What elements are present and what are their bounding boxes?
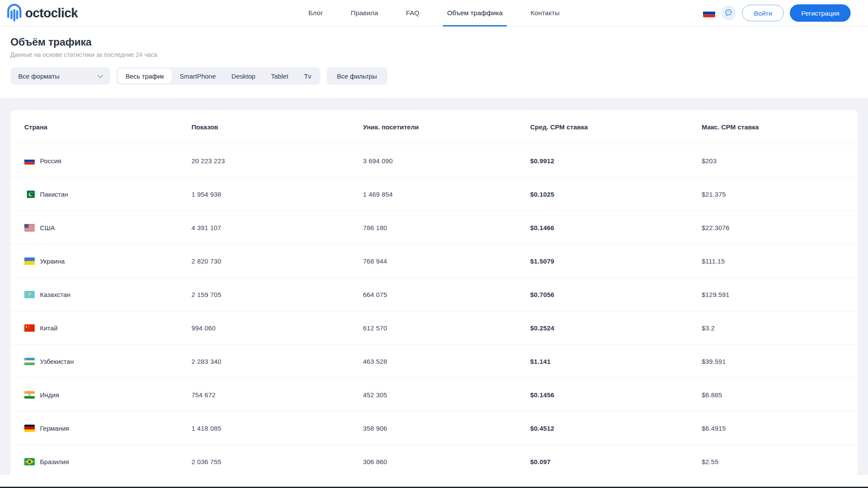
traffic-table-section: СтранаПоказовУник. посетителиСред. CPM с… bbox=[0, 98, 868, 475]
avg-cpm-cell: $0.9912 bbox=[530, 157, 702, 165]
avg-cpm-cell: $0.1466 bbox=[530, 224, 702, 231]
brand-logo[interactable]: octoclick bbox=[6, 3, 78, 23]
nav-item-1[interactable]: Правила bbox=[347, 0, 383, 26]
table-row: Китай994 060612 570$0.2524$3.2 bbox=[10, 311, 858, 344]
br-flag-icon bbox=[24, 458, 35, 465]
ua-flag-icon bbox=[24, 257, 35, 265]
avg-cpm-cell: $0.2524 bbox=[530, 324, 702, 332]
table-row: Казахстан2 159 705664 075$0.7056$129.591 bbox=[10, 277, 858, 311]
chevron-down-icon bbox=[97, 73, 103, 80]
max-cpm-cell: $111.15 bbox=[702, 257, 844, 265]
country-name: Индия bbox=[40, 391, 59, 399]
country-cell: Казахстан bbox=[24, 291, 191, 298]
max-cpm-cell: $39.591 bbox=[702, 358, 844, 365]
table-row: Украина2 820 730768 944$1.5079$111.15 bbox=[10, 244, 858, 277]
brand-name: octoclick bbox=[25, 6, 78, 20]
impressions-cell: 2 159 705 bbox=[191, 291, 363, 298]
us-flag-icon bbox=[24, 224, 35, 231]
max-cpm-cell: $22.3076 bbox=[702, 224, 844, 231]
max-cpm-cell: $2.55 bbox=[702, 458, 844, 465]
column-header-4: Макс. CPM ставка bbox=[702, 123, 844, 131]
top-navbar: octoclick БлогПравилаFAQОбъем траффикаКо… bbox=[0, 0, 868, 26]
table-row: Узбекистан2 283 340463 528$1.141$39.591 bbox=[10, 344, 858, 378]
country-name: Россия bbox=[40, 157, 61, 165]
country-cell: Россия bbox=[24, 157, 191, 165]
impressions-cell: 994 060 bbox=[191, 324, 363, 332]
unique-visitors-cell: 664 075 bbox=[363, 291, 530, 298]
nav-item-3[interactable]: Объем траффика bbox=[443, 0, 507, 26]
segment-3[interactable]: Tablet bbox=[263, 69, 296, 83]
country-name: Узбекистан bbox=[40, 358, 74, 365]
nav-item-0[interactable]: Блог bbox=[304, 0, 327, 26]
avg-cpm-cell: $0.4512 bbox=[530, 425, 702, 432]
unique-visitors-cell: 306 860 bbox=[363, 458, 530, 465]
table-row: Пакистан1 954 9381 469 854$0.1025$21.375 bbox=[10, 177, 858, 211]
in-flag-icon bbox=[24, 391, 35, 399]
uz-flag-icon bbox=[24, 358, 35, 365]
table-row: Бразилия2 036 755306 860$0.097$2.55 bbox=[10, 445, 858, 478]
ru-flag-icon bbox=[24, 157, 35, 165]
avg-cpm-cell: $0.1456 bbox=[530, 391, 702, 399]
max-cpm-cell: $6.4915 bbox=[702, 425, 844, 432]
main-nav: БлогПравилаFAQОбъем траффикаКонтакты bbox=[304, 0, 564, 26]
register-button[interactable]: Регистрация bbox=[790, 4, 851, 22]
country-cell: Пакистан bbox=[24, 191, 191, 198]
unique-visitors-cell: 358 906 bbox=[363, 425, 530, 432]
page-subtitle: Данные на основе статистики за последние… bbox=[10, 51, 858, 58]
table-row: Германия1 418 085358 906$0.4512$6.4915 bbox=[10, 411, 858, 445]
column-header-3: Сред. CPM ставка bbox=[530, 123, 702, 131]
page-head: Объём трафика Данные на основе статистик… bbox=[0, 26, 868, 98]
table-row: Россия20 223 2233 694 090$0.9912$203 bbox=[10, 144, 858, 177]
country-cell: США bbox=[24, 224, 191, 231]
country-name: Германия bbox=[40, 425, 69, 432]
impressions-cell: 1 418 085 bbox=[191, 425, 363, 432]
impressions-cell: 20 223 223 bbox=[191, 157, 363, 165]
avg-cpm-cell: $1.5079 bbox=[530, 257, 702, 265]
filters-bar: Все форматы Весь трафикSmartPhoneDesktop… bbox=[10, 67, 858, 85]
country-name: Китай bbox=[40, 324, 58, 332]
impressions-cell: 2 036 755 bbox=[191, 458, 363, 465]
nav-item-4[interactable]: Контакты bbox=[526, 0, 564, 26]
language-flag-ru[interactable] bbox=[703, 9, 715, 17]
max-cpm-cell: $3.2 bbox=[702, 324, 844, 332]
de-flag-icon bbox=[24, 425, 35, 432]
country-cell: Индия bbox=[24, 391, 191, 399]
unique-visitors-cell: 452 305 bbox=[363, 391, 530, 399]
avg-cpm-cell: $0.7056 bbox=[530, 291, 702, 298]
segment-1[interactable]: SmartPhone bbox=[172, 69, 224, 83]
table-row: Индия754 672452 305$0.1456$6.885 bbox=[10, 378, 858, 411]
column-header-0: Страна bbox=[24, 123, 191, 131]
all-filters-button[interactable]: Все фильтры bbox=[327, 67, 387, 85]
segment-0[interactable]: Весь трафик bbox=[118, 69, 172, 83]
country-cell: Китай bbox=[24, 324, 191, 332]
unique-visitors-cell: 768 944 bbox=[363, 257, 530, 265]
country-cell: Бразилия bbox=[24, 458, 191, 465]
page-title: Объём трафика bbox=[10, 36, 858, 48]
country-name: Украина bbox=[40, 257, 65, 265]
max-cpm-cell: $203 bbox=[702, 157, 844, 165]
traffic-table: СтранаПоказовУник. посетителиСред. CPM с… bbox=[10, 110, 858, 478]
chat-button[interactable] bbox=[721, 6, 736, 20]
unique-visitors-cell: 463 528 bbox=[363, 358, 530, 365]
unique-visitors-cell: 786 180 bbox=[363, 224, 530, 231]
nav-item-2[interactable]: FAQ bbox=[402, 0, 424, 26]
device-segments: Весь трафикSmartPhoneDesktopTabletTv bbox=[116, 67, 320, 85]
format-select[interactable]: Все форматы bbox=[10, 67, 110, 85]
avg-cpm-cell: $0.097 bbox=[530, 458, 702, 465]
login-button[interactable]: Войти bbox=[742, 5, 784, 21]
chat-bubble-icon bbox=[724, 8, 733, 18]
country-name: Казахстан bbox=[40, 291, 70, 298]
header-actions: Войти Регистрация bbox=[703, 4, 851, 22]
column-header-1: Показов bbox=[191, 123, 363, 131]
unique-visitors-cell: 3 694 090 bbox=[363, 157, 530, 165]
country-cell: Германия bbox=[24, 425, 191, 432]
segment-4[interactable]: Tv bbox=[296, 69, 319, 83]
octoclick-logo-icon bbox=[6, 3, 23, 23]
impressions-cell: 754 672 bbox=[191, 391, 363, 399]
max-cpm-cell: $129.591 bbox=[702, 291, 844, 298]
max-cpm-cell: $6.885 bbox=[702, 391, 844, 399]
pk-flag-icon bbox=[24, 191, 35, 198]
impressions-cell: 2 820 730 bbox=[191, 257, 363, 265]
segment-2[interactable]: Desktop bbox=[224, 69, 263, 83]
country-name: Бразилия bbox=[40, 458, 69, 465]
